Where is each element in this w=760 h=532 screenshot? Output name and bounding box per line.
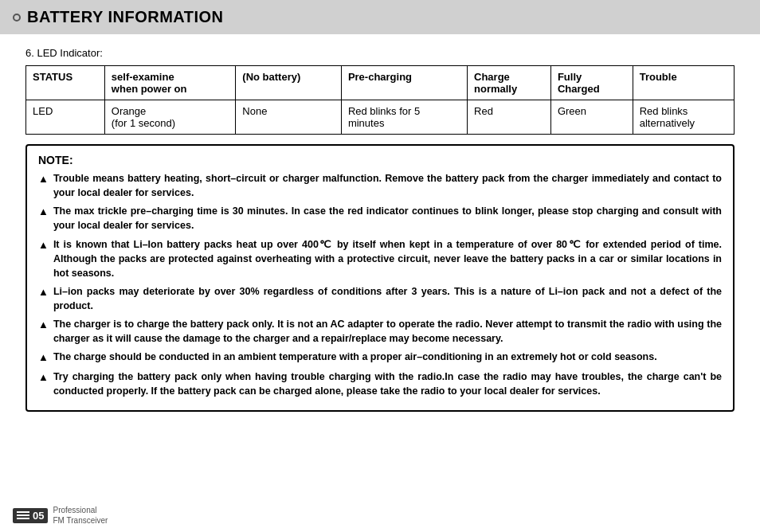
footer-badge-number: 05 [33, 510, 44, 522]
note-item-6: The charge should be conducted in an amb… [53, 350, 657, 364]
section-title: BATTERY INFORMATION [27, 8, 224, 26]
col-header-no-battery: (No battery) [236, 66, 342, 100]
bullet-icon: ▲ [38, 172, 49, 187]
col-header-self-examine: self-examinewhen power on [104, 66, 235, 100]
note-item-7: Try charging the battery pack only when … [53, 370, 722, 398]
cell-no-battery: None [236, 100, 342, 135]
cell-charge-normally: Red [468, 100, 551, 135]
section-header: BATTERY INFORMATION [0, 0, 760, 34]
table-row: LED Orange(for 1 second) None Red blinks… [26, 100, 735, 135]
col-header-charge-normally: Chargenormally [468, 66, 551, 100]
note-item-3: It is known that Li–Ion battery packs he… [53, 237, 722, 280]
bullet-icon: ▲ [38, 370, 49, 385]
bullet-icon: ▲ [38, 318, 49, 333]
cell-self-examine: Orange(for 1 second) [104, 100, 235, 135]
footer-badge: 05 [13, 508, 48, 523]
list-item: ▲ The charger is to charge the battery p… [38, 317, 722, 346]
note-list: ▲ Trouble means battery heating, short–c… [38, 171, 722, 398]
list-item: ▲ Li–ion packs may deteriorate by over 3… [38, 284, 722, 313]
cell-pre-charging: Red blinks for 5minutes [341, 100, 467, 135]
footer-line1: Professional [53, 505, 108, 515]
list-item: ▲ Try charging the battery pack only whe… [38, 370, 722, 398]
cell-status: LED [26, 100, 105, 135]
note-item-5: The charger is to charge the battery pac… [53, 317, 722, 346]
page-container: BATTERY INFORMATION 6. LED Indicator: ST… [0, 0, 760, 532]
note-item-1: Trouble means battery heating, short–cir… [53, 171, 722, 200]
list-item: ▲ It is known that Li–Ion battery packs … [38, 237, 722, 280]
cell-trouble: Red blinksalternatively [633, 100, 734, 135]
footer-line2: FM Transceiver [53, 515, 108, 526]
bullet-icon: ▲ [38, 350, 49, 366]
bullet-icon: ▲ [38, 238, 49, 253]
header-bullet-icon [13, 14, 21, 22]
cell-fully-charged: Green [550, 100, 633, 135]
list-item: ▲ Trouble means battery heating, short–c… [38, 171, 722, 200]
bullet-icon: ▲ [38, 205, 49, 220]
footer: 05 Professional FM Transceiver [13, 505, 108, 526]
footer-text: Professional FM Transceiver [53, 505, 108, 526]
col-header-fully-charged: FullyCharged [550, 66, 633, 100]
list-item: ▲ The charge should be conducted in an a… [38, 350, 722, 366]
status-table: STATUS self-examinewhen power on (No bat… [25, 65, 735, 135]
list-item: ▲ The max trickle pre–charging time is 3… [38, 204, 722, 233]
badge-lines-icon [17, 510, 29, 520]
note-box: NOTE: ▲ Trouble means battery heating, s… [25, 144, 735, 412]
col-header-trouble: Trouble [633, 66, 734, 100]
col-header-status: STATUS [26, 66, 105, 100]
note-item-2: The max trickle pre–charging time is 30 … [53, 204, 722, 233]
note-item-4: Li–ion packs may deteriorate by over 30%… [53, 284, 722, 313]
col-header-pre-charging: Pre-charging [341, 66, 467, 100]
bullet-icon: ▲ [38, 285, 49, 300]
led-indicator-label: 6. LED Indicator: [25, 47, 760, 59]
note-title: NOTE: [38, 154, 722, 166]
